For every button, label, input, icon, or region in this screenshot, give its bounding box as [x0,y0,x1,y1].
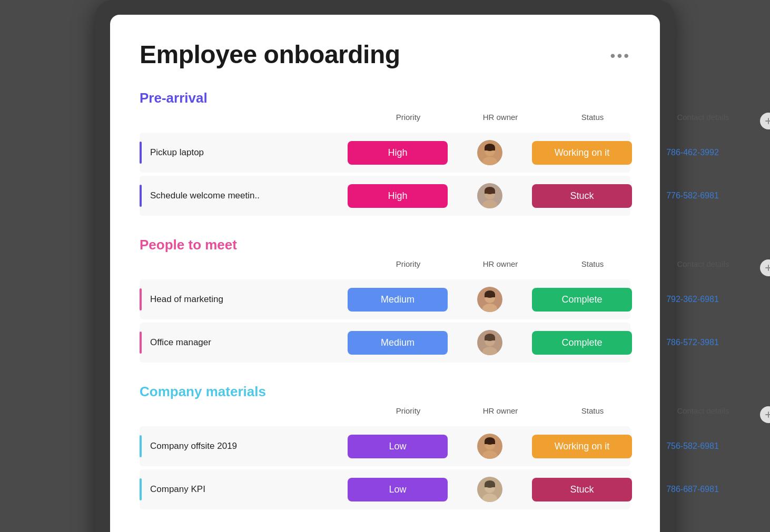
svg-rect-30 [485,441,495,444]
svg-rect-11 [485,190,495,194]
table-row: Schedule welcome meetin..High Stuck776-5… [140,176,630,216]
col-header-status: Status [535,406,650,423]
more-options-icon[interactable]: ••• [610,47,630,64]
row-left-border [140,288,142,310]
row-name-cell: Schedule welcome meetin.. [140,185,340,207]
priority-cell: Medium [340,331,456,355]
row-left-border [140,142,142,164]
col-header-contact-details: Contact details [650,406,756,423]
hr-owner-cell [456,330,524,355]
hr-owner-cell [456,140,524,165]
col-headers-people-to-meet: PriorityHR ownerStatusContact details [140,257,630,278]
section-title-people-to-meet: People to meet [140,237,237,253]
priority-badge[interactable]: Low [348,478,448,501]
add-column-button-pre-arrival[interactable] [760,113,770,129]
status-badge[interactable]: Working on it [532,435,632,458]
status-badge[interactable]: Stuck [532,184,632,208]
priority-badge[interactable]: Medium [348,331,448,355]
contact-details-cell[interactable]: 776-582-6981 [640,191,745,200]
status-cell: Complete [524,288,640,312]
row-left-border [140,478,142,500]
status-cell: Stuck [524,478,640,501]
row-left-border [140,435,142,457]
section-pre-arrival: Pre-arrivalPriorityHR ownerStatusContact… [140,90,630,216]
row-name-cell: Head of marketing [140,288,340,310]
contact-details-cell[interactable]: 786-462-3992 [640,148,745,157]
contact-details-cell[interactable]: 786-687-6981 [640,485,745,494]
priority-cell: Low [340,435,456,458]
col-header-hr-owner: HR owner [466,113,535,129]
add-column-button-company-materials[interactable] [760,406,770,423]
priority-badge[interactable]: High [348,184,448,208]
avatar[interactable] [477,434,502,459]
priority-cell: High [340,184,456,208]
col-header-priority: Priority [350,406,466,423]
section-company-materials: Company materialsPriorityHR ownerStatusC… [140,384,630,509]
priority-badge[interactable]: Medium [348,288,448,312]
section-title-pre-arrival: Pre-arrival [140,90,208,106]
section-header-people-to-meet: People to meet [140,237,630,253]
priority-badge[interactable]: High [348,141,448,165]
priority-cell: Low [340,478,456,501]
status-badge[interactable]: Complete [532,331,632,355]
col-header-status: Status [535,113,650,129]
hr-owner-cell [456,183,524,208]
priority-cell: High [340,141,456,165]
hr-owner-cell [456,287,524,312]
section-people-to-meet: People to meetPriorityHR ownerStatusCont… [140,237,630,363]
row-name-cell: Company KPI [140,478,340,500]
hr-owner-cell [456,434,524,459]
col-header-contact-details: Contact details [650,259,756,276]
col-headers-company-materials: PriorityHR ownerStatusContact details [140,404,630,425]
avatar[interactable] [477,140,502,165]
svg-rect-23 [485,337,495,340]
device-frame: Employee onboarding ••• Pre-arrivalPrior… [95,0,675,532]
row-task-name[interactable]: Pickup laptop [150,147,204,158]
priority-cell: Medium [340,288,456,312]
col-header-priority: Priority [350,259,466,276]
svg-rect-35 [485,484,495,487]
row-task-name[interactable]: Company KPI [150,484,205,495]
hr-owner-cell [456,477,524,502]
col-header-contact-details: Contact details [650,113,756,129]
table-row: Company KPILow Stuck786-687-6981 [140,469,630,509]
page-header: Employee onboarding ••• [140,40,630,69]
status-badge[interactable]: Complete [532,288,632,312]
section-header-company-materials: Company materials [140,384,630,400]
svg-rect-18 [485,294,495,297]
row-task-name[interactable]: Company offsite 2019 [150,441,237,451]
contact-details-cell[interactable]: 786-572-3981 [640,338,745,347]
avatar[interactable] [477,330,502,355]
status-badge[interactable]: Working on it [532,141,632,165]
row-name-cell: Office manager [140,332,340,354]
svg-rect-6 [485,147,495,150]
status-badge[interactable]: Stuck [532,478,632,501]
section-header-pre-arrival: Pre-arrival [140,90,630,106]
col-header-hr-owner: HR owner [466,406,535,423]
status-cell: Complete [524,331,640,355]
table-row: Office managerMedium Complete786-572-398… [140,323,630,363]
col-header-status: Status [535,259,650,276]
row-name-cell: Company offsite 2019 [140,435,340,457]
screen: Employee onboarding ••• Pre-arrivalPrior… [110,15,660,532]
status-cell: Stuck [524,184,640,208]
row-task-name[interactable]: Office manager [150,337,211,348]
avatar[interactable] [477,477,502,502]
contact-details-cell[interactable]: 792-362-6981 [640,295,745,304]
page-title: Employee onboarding [140,40,400,69]
section-title-company-materials: Company materials [140,384,266,400]
table-row: Pickup laptopHigh Working on it786-462-3… [140,133,630,173]
contact-details-cell[interactable]: 756-582-6981 [640,441,745,451]
table-row: Company offsite 2019Low Working on it756… [140,426,630,466]
row-task-name[interactable]: Head of marketing [150,294,223,305]
add-column-button-people-to-meet[interactable] [760,259,770,276]
row-name-cell: Pickup laptop [140,142,340,164]
avatar[interactable] [477,287,502,312]
avatar[interactable] [477,183,502,208]
priority-badge[interactable]: Low [348,435,448,458]
col-headers-pre-arrival: PriorityHR ownerStatusContact details [140,111,630,132]
row-left-border [140,185,142,207]
col-header-hr-owner: HR owner [466,259,535,276]
row-left-border [140,332,142,354]
row-task-name[interactable]: Schedule welcome meetin.. [150,190,260,201]
